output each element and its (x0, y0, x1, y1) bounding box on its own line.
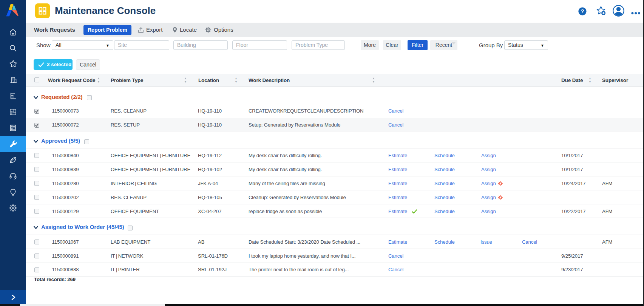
svg-text:?: ? (581, 8, 584, 14)
